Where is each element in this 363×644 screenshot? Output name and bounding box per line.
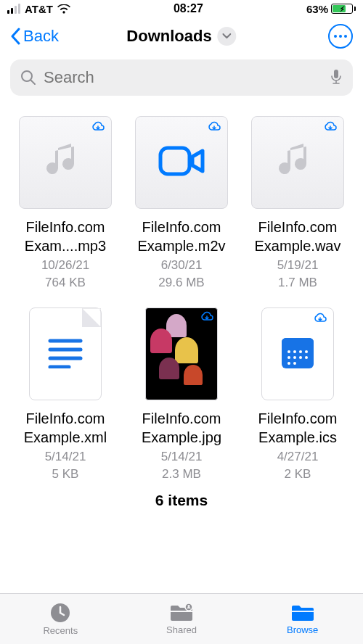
- svg-point-26: [187, 605, 189, 607]
- tab-shared[interactable]: Shared: [121, 594, 242, 644]
- svg-point-14: [293, 350, 296, 353]
- back-label: Back: [23, 27, 59, 46]
- clock-icon: [49, 602, 71, 624]
- calendar-icon: [279, 334, 317, 374]
- cloud-download-icon: [313, 313, 327, 324]
- page-fold-icon: [82, 308, 101, 327]
- svg-point-20: [305, 356, 308, 359]
- document-lines-icon: [47, 337, 83, 371]
- file-item-wav[interactable]: FileInfo.comExample.wav 5/19/21 1.7 MB: [247, 116, 348, 290]
- clock: 08:27: [174, 2, 203, 15]
- video-icon: [158, 144, 205, 181]
- svg-rect-11: [282, 338, 314, 346]
- music-icon: [42, 138, 89, 187]
- file-item-xml[interactable]: FileInfo.comExample.xml 5/14/21 5 KB: [15, 307, 116, 482]
- carrier-label: AT&T: [25, 3, 53, 15]
- microphone-icon[interactable]: [330, 69, 343, 86]
- file-item-jpg[interactable]: FileInfo.comExample.jpg 5/14/21 2.3 MB: [131, 307, 232, 482]
- svg-rect-5: [160, 148, 189, 174]
- cell-signal-icon: [7, 4, 20, 14]
- file-item-m2v[interactable]: FileInfo.comExample.m2v 6/30/21 29.6 MB: [131, 116, 232, 290]
- svg-point-18: [293, 356, 296, 359]
- back-button[interactable]: Back: [10, 27, 59, 46]
- more-button[interactable]: [328, 24, 353, 49]
- svg-line-1: [31, 80, 36, 85]
- search-field[interactable]: [10, 59, 353, 96]
- nav-bar: Back Downloads: [0, 17, 363, 55]
- cloud-download-icon: [207, 121, 221, 133]
- page-title: Downloads: [126, 27, 211, 46]
- folder-icon: [290, 603, 315, 623]
- file-item-ics[interactable]: FileInfo.comExample.ics 4/27/21 2 KB: [247, 307, 348, 482]
- svg-rect-27: [292, 611, 314, 612]
- photo-thumbnail: [145, 307, 218, 400]
- svg-point-19: [299, 356, 302, 359]
- battery-percent: 63%: [306, 3, 328, 15]
- shared-folder-icon: [169, 603, 194, 623]
- battery-icon: ⚡︎: [331, 4, 356, 14]
- tab-bar: Recents Shared Browse: [0, 593, 363, 644]
- svg-rect-2: [334, 70, 338, 78]
- svg-point-13: [287, 350, 290, 353]
- tab-browse[interactable]: Browse: [242, 594, 363, 644]
- svg-point-16: [305, 350, 308, 353]
- file-item-mp3[interactable]: FileInfo.comExam....mp3 10/26/21 764 KB: [15, 116, 116, 290]
- svg-point-17: [287, 356, 290, 359]
- cloud-download-icon: [200, 311, 214, 323]
- item-count: 6 items: [0, 487, 363, 512]
- cloud-download-icon: [91, 121, 105, 133]
- cloud-download-icon: [323, 121, 338, 133]
- svg-point-21: [287, 362, 290, 365]
- svg-point-15: [299, 350, 302, 353]
- search-icon: [20, 70, 36, 86]
- tab-recents[interactable]: Recents: [0, 594, 121, 644]
- title-dropdown-button[interactable]: [218, 27, 237, 46]
- wifi-icon: [57, 4, 70, 14]
- search-input[interactable]: [44, 68, 322, 87]
- svg-point-22: [293, 362, 296, 365]
- status-bar: AT&T 08:27 63% ⚡︎: [0, 0, 363, 17]
- music-icon: [274, 138, 321, 187]
- files-grid: FileInfo.comExam....mp3 10/26/21 764 KB …: [0, 106, 363, 487]
